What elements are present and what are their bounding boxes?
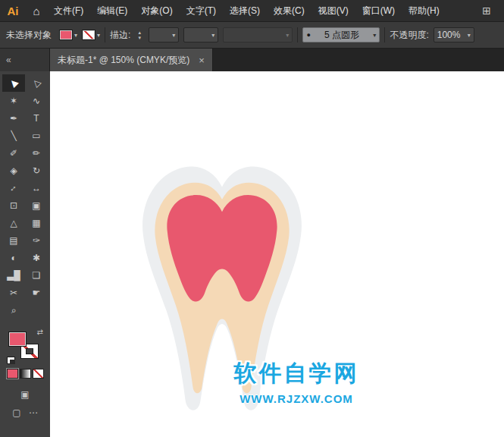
tool-grid: ▶▷✶∿✒T╲▭✐✏◈↻↕↔⊡▣△▦▤✑◐✱▃█❏✂☛⌕: [2, 74, 48, 319]
opacity-label: 不透明度:: [390, 29, 428, 42]
none-button[interactable]: [33, 369, 44, 379]
eraser-tool[interactable]: ◈: [2, 162, 25, 179]
rotate-tool[interactable]: ↻: [25, 162, 48, 179]
stroke-weight-stepper[interactable]: ▴ ▾: [135, 30, 144, 40]
paintbrush-tool[interactable]: ✐: [2, 144, 25, 162]
pencil-tool[interactable]: ✏: [25, 144, 48, 162]
selection-status: 未选择对象: [6, 29, 52, 42]
separator: [384, 27, 385, 42]
canvas-artboard[interactable]: 软件自学网 WWW.RJZXW.COM: [50, 71, 504, 437]
screen-mode-row: ▢ ⋯: [12, 407, 37, 418]
illustrator-window: Ai ⌂ 文件(F)编辑(E)对象(O)文字(T)选择(S)效果(C)视图(V)…: [0, 0, 504, 437]
brush-definition-select[interactable]: ● 5 点圆形 ▾: [302, 27, 380, 42]
main-area: ▶▷✶∿✒T╲▭✐✏◈↻↕↔⊡▣△▦▤✑◐✱▃█❏✂☛⌕ ⇄ ▣ ▢ ⋯: [0, 71, 504, 437]
zoom-tool[interactable]: ⌕: [2, 301, 25, 319]
scale-tool[interactable]: ↕: [2, 179, 25, 196]
menu-item[interactable]: 对象(O): [134, 5, 179, 16]
stroke-swatch-hole: [26, 348, 33, 354]
workspace-switcher-icon[interactable]: ⊞: [474, 5, 499, 17]
menubar: Ai ⌂ 文件(F)编辑(E)对象(O)文字(T)选择(S)效果(C)视图(V)…: [0, 0, 504, 21]
separator: [105, 27, 105, 42]
document-tab[interactable]: 未标题-1* @ 150% (CMYK/预览) ×: [50, 49, 213, 71]
free-transform-tool[interactable]: ⊡: [2, 196, 25, 214]
tooth-artwork[interactable]: [132, 164, 312, 419]
menu-items: 文件(F)编辑(E)对象(O)文字(T)选择(S)效果(C)视图(V)窗口(W)…: [47, 0, 446, 21]
close-icon[interactable]: ×: [199, 55, 205, 66]
screen-mode-button[interactable]: ▢: [12, 407, 20, 418]
menu-item[interactable]: 选择(S): [223, 5, 267, 16]
chevron-down-icon[interactable]: ▾: [211, 32, 214, 39]
menu-item[interactable]: 窗口(W): [355, 5, 402, 16]
color-button[interactable]: [7, 369, 18, 379]
fill-color-control[interactable]: ▾: [59, 30, 77, 40]
stroke-weight-label: 描边:: [110, 29, 130, 42]
artboard-tool[interactable]: ❏: [25, 266, 48, 284]
brush-definition-value: 5 点圆形: [324, 29, 359, 42]
menu-item[interactable]: 编辑(E): [90, 5, 134, 16]
gradient-tool[interactable]: ▤: [2, 231, 25, 249]
column-graph-tool[interactable]: ▃█: [2, 266, 25, 284]
menu-item[interactable]: 帮助(H): [402, 5, 446, 16]
stepper-up-icon[interactable]: ▴: [135, 30, 144, 35]
stroke-none-swatch[interactable]: [82, 30, 95, 40]
app-logo: Ai: [0, 5, 26, 17]
shape-builder-tool[interactable]: ▣: [25, 196, 48, 214]
chevron-down-icon[interactable]: ▾: [74, 32, 77, 39]
menu-item[interactable]: 文件(F): [47, 5, 90, 16]
perspective-grid-tool[interactable]: △: [2, 214, 25, 231]
magic-wand-tool[interactable]: ✶: [2, 92, 25, 109]
width-tool[interactable]: ↔: [25, 179, 48, 196]
chevron-down-icon[interactable]: ▾: [97, 32, 100, 39]
rectangle-tool[interactable]: ▭: [25, 127, 48, 144]
variable-width-profile-select[interactable]: ▾: [183, 27, 218, 42]
panel-collapse-strip: «: [0, 49, 50, 71]
symbol-sprayer-tool[interactable]: ✱: [25, 249, 48, 266]
color-mode-row: [7, 369, 44, 379]
line-segment-tool[interactable]: ╲: [2, 127, 25, 144]
chevron-down-icon: ▾: [286, 32, 289, 39]
default-fill-stroke-icon[interactable]: [7, 357, 15, 364]
stroke-color-control[interactable]: ▾: [82, 30, 100, 40]
drawing-mode-button[interactable]: ▣: [20, 389, 29, 400]
menu-item[interactable]: 文字(T): [180, 5, 223, 16]
type-tool[interactable]: T: [25, 109, 48, 127]
tools-panel: ▶▷✶∿✒T╲▭✐✏◈↻↕↔⊡▣△▦▤✑◐✱▃█❏✂☛⌕ ⇄ ▣ ▢ ⋯: [0, 71, 50, 437]
document-tab-title: 未标题-1* @ 150% (CMYK/预览): [58, 54, 189, 67]
fill-stroke-widget: ⇄: [7, 328, 43, 364]
opacity-select[interactable]: 100% ▾: [434, 27, 474, 42]
stroke-weight-select[interactable]: ▾: [149, 27, 179, 42]
swap-fill-stroke-icon[interactable]: ⇄: [37, 328, 43, 336]
document-tab-bar: « 未标题-1* @ 150% (CMYK/预览) ×: [0, 49, 504, 71]
chevron-down-icon[interactable]: ▾: [172, 32, 175, 39]
hand-tool[interactable]: ☛: [25, 284, 48, 301]
selection-tool[interactable]: ▶: [2, 74, 25, 92]
menu-item[interactable]: 视图(V): [311, 5, 355, 16]
opacity-value: 100%: [437, 30, 461, 40]
eyedropper-tool[interactable]: ✑: [25, 231, 48, 249]
chevron-down-icon[interactable]: ▾: [373, 32, 376, 39]
stepper-down-icon[interactable]: ▾: [135, 35, 144, 40]
toolbar-bottom: ▣ ▢ ⋯: [12, 389, 37, 418]
menu-item[interactable]: 效果(C): [267, 5, 311, 16]
lasso-tool[interactable]: ∿: [25, 92, 48, 109]
gradient-button[interactable]: [20, 369, 31, 379]
slice-tool[interactable]: ✂: [2, 284, 25, 301]
blend-tool[interactable]: ◐: [2, 249, 25, 266]
direct-selection-tool[interactable]: ▷: [25, 74, 48, 92]
graphic-style-select: ▾: [223, 27, 293, 42]
brush-preview-icon: ●: [306, 31, 310, 39]
mesh-tool[interactable]: ▦: [25, 214, 48, 231]
home-icon[interactable]: ⌂: [26, 5, 47, 17]
more-options-button[interactable]: ⋯: [29, 407, 38, 418]
control-bar: 未选择对象 ▾ ▾ 描边: ▴ ▾ ▾ ▾ ▾ ● 5: [0, 21, 504, 49]
fill-swatch[interactable]: [8, 332, 27, 347]
chevron-down-icon[interactable]: ▾: [468, 32, 471, 39]
collapse-panel-icon[interactable]: «: [6, 55, 11, 65]
separator: [297, 27, 298, 42]
fill-color-swatch[interactable]: [59, 30, 73, 40]
pen-tool[interactable]: ✒: [2, 109, 25, 127]
